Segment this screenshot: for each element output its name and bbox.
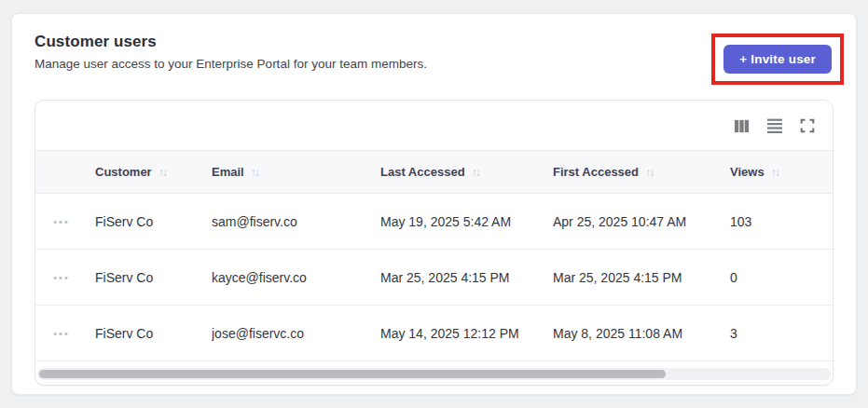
- sort-icon[interactable]: ↑↓: [472, 166, 482, 179]
- cell-views: 103: [730, 214, 833, 229]
- page-subtitle: Manage user access to your Enterprise Po…: [34, 57, 427, 71]
- sort-icon[interactable]: ↑↓: [645, 166, 655, 179]
- column-visibility-button[interactable]: [731, 116, 752, 137]
- column-header-email[interactable]: Email ↑↓: [212, 165, 380, 179]
- heading-block: Customer users Manage user access to you…: [34, 33, 427, 71]
- columns-icon: [733, 117, 751, 135]
- column-header-first-accessed[interactable]: First Accessed ↑↓: [553, 165, 730, 179]
- cell-first-accessed: Apr 25, 2025 10:47 AM: [553, 214, 730, 229]
- cell-last-accessed: May 14, 2025 12:12 PM: [380, 326, 553, 341]
- card-header: Customer users Manage user access to you…: [12, 14, 856, 96]
- page-title: Customer users: [34, 33, 427, 51]
- sort-icon[interactable]: ↑↓: [158, 166, 169, 179]
- fullscreen-icon: [799, 117, 816, 134]
- cell-email: jose@fiservc.co: [212, 326, 380, 341]
- column-header-last-accessed[interactable]: Last Accessed ↑↓: [380, 165, 553, 179]
- cell-last-accessed: Mar 25, 2025 4:15 PM: [380, 270, 553, 285]
- row-menu-button[interactable]: •••: [51, 268, 72, 287]
- column-header-label: Views: [730, 165, 765, 179]
- users-table-container: Customer ↑↓ Email ↑↓ Last Accessed ↑↓ Fi…: [34, 100, 834, 386]
- cell-first-accessed: Mar 25, 2025 4:15 PM: [553, 270, 730, 285]
- sort-icon[interactable]: ↑↓: [771, 166, 781, 179]
- cell-email: kayce@fiserv.co: [212, 270, 380, 285]
- column-header-label: Last Accessed: [380, 165, 465, 179]
- row-menu-cell: •••: [35, 268, 95, 287]
- column-header-label: First Accessed: [553, 165, 639, 179]
- row-menu-cell: •••: [35, 212, 95, 231]
- column-header-label: Customer: [95, 165, 152, 179]
- horizontal-scrollbar-thumb[interactable]: [39, 370, 666, 378]
- column-header-customer[interactable]: Customer ↑↓: [95, 165, 212, 179]
- customer-users-card: Customer users Manage user access to you…: [11, 13, 857, 395]
- cell-email: sam@fiserv.co: [212, 214, 380, 229]
- column-header-views[interactable]: Views ↑↓: [730, 165, 833, 179]
- cell-customer: FiServ Co: [95, 214, 212, 229]
- cell-first-accessed: May 8, 2025 11:08 AM: [553, 326, 730, 341]
- column-header-label: Email: [212, 165, 244, 179]
- horizontal-scrollbar[interactable]: [37, 368, 831, 380]
- cell-customer: FiServ Co: [95, 326, 212, 341]
- row-menu-button[interactable]: •••: [51, 324, 72, 343]
- row-density-button[interactable]: [764, 115, 786, 137]
- row-menu-button[interactable]: •••: [51, 212, 72, 231]
- table-toolbar: [35, 101, 833, 150]
- cell-last-accessed: May 19, 2025 5:42 AM: [380, 214, 553, 229]
- invite-user-highlight-box: + Invite user: [711, 34, 844, 85]
- table-row: ••• FiServ Co jose@fiservc.co May 14, 20…: [35, 306, 833, 361]
- table-header-row: Customer ↑↓ Email ↑↓ Last Accessed ↑↓ Fi…: [35, 150, 833, 194]
- cell-views: 0: [730, 270, 833, 285]
- density-icon: [765, 116, 784, 135]
- cell-views: 3: [730, 326, 833, 341]
- table-body: ••• FiServ Co sam@fiserv.co May 19, 2025…: [35, 194, 833, 361]
- table-row: ••• FiServ Co sam@fiserv.co May 19, 2025…: [35, 194, 833, 250]
- table-row: ••• FiServ Co kayce@fiserv.co Mar 25, 20…: [35, 250, 833, 306]
- row-menu-cell: •••: [35, 324, 95, 343]
- fullscreen-button[interactable]: [797, 116, 818, 136]
- cell-customer: FiServ Co: [95, 270, 212, 285]
- sort-icon[interactable]: ↑↓: [251, 166, 261, 179]
- invite-user-button[interactable]: + Invite user: [723, 45, 832, 74]
